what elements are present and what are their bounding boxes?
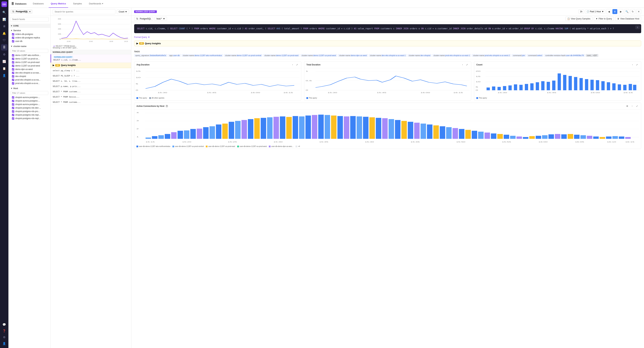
facet-item-cluster-2[interactable]: demo-11287-us-prod-east [8,60,50,64]
tag-cluster-1[interactable]: cluster-name:demo-11287-aks-northcentral… [182,54,223,57]
query-item-2[interactable]: select pg_sleep ( ? ... [50,68,131,73]
refresh-button[interactable]: ↻ [630,9,635,14]
query-insights-row[interactable]: ▶ M9 Query Insights [50,63,131,68]
facet-item-orders-db-replica[interactable]: orders-db-postgres-replica [8,36,50,39]
nav-logs[interactable]: 📋 [1,65,7,71]
facet-item-host-3[interactable]: shopist-postgres-rds-dev-... [8,106,50,110]
facet-item-orders-db-postgres[interactable]: orders-db-postgres [8,32,50,36]
tag-controller-revision[interactable]: controller-revision-hash:user-db-644669b… [544,54,585,57]
prev-time-button[interactable]: ◀ [606,9,611,14]
facet-item-host-0[interactable]: shopist-aurora-postgres-... [8,96,50,99]
facet-item-cluster-3[interactable]: demo-11287-us-prod-west [8,64,50,67]
search-queries-input[interactable] [53,9,115,14]
tab-query-metrics[interactable]: Query Metrics [49,0,68,8]
facet-checkbox-orders-db-postgres[interactable] [12,33,14,35]
cluster-name-subsection-header[interactable]: ▼ cluster-name [8,44,50,48]
active-connections-settings-icon[interactable]: ⚙ [625,104,629,108]
facet-item-host-5[interactable]: shopist-postgres-rds-repl... [8,113,50,117]
facet-item-user-db[interactable]: user-db [8,39,50,43]
query-item-8[interactable]: SELECT * FROM custome... [50,100,131,105]
facet-section-core-header[interactable]: ▼ CORE [8,24,50,28]
facet-checkbox-orders-db-replica[interactable] [12,37,14,39]
format-query-link[interactable]: Format Query ▼ [131,35,644,40]
expand-icon-count[interactable]: ⤢ [635,63,639,67]
nav-chat[interactable]: 💬 [1,321,7,328]
nav-alert[interactable]: 🔔 [1,30,7,36]
time-1h-button[interactable]: 1h [578,10,584,13]
copy-query-button[interactable]: ⎘ [636,26,640,29]
expand-icon-total[interactable]: ⤢ [465,63,469,67]
next-time-button[interactable]: ▶ [618,9,623,14]
nav-database[interactable]: 🗄 [1,44,7,50]
nav-infrastructure[interactable]: ⚙ [1,51,7,57]
expand-icon-avg[interactable]: ⤢ [295,63,299,67]
tag-cluster-3[interactable]: cluster-name:demo-11287-us-prod-east [263,54,300,57]
host-filter-pill[interactable]: host:* ▼ [154,17,167,21]
nav-help[interactable]: ❓ [1,328,7,334]
tab-databases[interactable]: Databases [31,0,46,8]
facet-item-host-2[interactable]: shopist-aurora-postgres-... [8,103,50,106]
view-query-samples-button[interactable]: 📋 View Query Samples [565,17,592,21]
query-insights-title[interactable]: ▶ M9 Query Insights [134,41,641,46]
zoom-button[interactable]: 🔍 [624,9,629,14]
facet-item-cluster-1[interactable]: demo-11287-us-prod-ce... [8,57,50,60]
count-button[interactable]: Count ▼ [117,9,129,14]
host-filter-input[interactable] [10,91,48,95]
search-facets-input[interactable] [10,17,49,21]
facet-checkbox-user-db[interactable] [12,40,14,42]
facet-item-cluster-5[interactable]: dev-eks-shopist-a-us-eas... [8,71,50,74]
db-selector[interactable]: 🐘 PostgreSQL ▼ [10,9,32,14]
time-range-selector[interactable]: 🕐 Past 1 Hour ▼ [585,10,605,13]
query-item-5[interactable]: SELECT p.name, p.pric... [50,84,131,89]
tag-app[interactable]: app:user-db [168,54,181,57]
facet-item-host-6[interactable]: shopist-postgres-rds-repl... [8,117,50,120]
query-item-0[interactable]: NORMALIZED QUERY SELECT c.cid, c.clnam..… [50,54,131,63]
facet-item-cluster-7[interactable]: prod-eks-shopist-a-us-ea... [8,78,50,81]
facet-item-cluster-6[interactable]: dev-shopist [8,74,50,78]
nav-user[interactable]: 👤 [1,340,7,347]
tag-command-join[interactable]: command:join [512,54,526,57]
facet-item-cluster-8[interactable]: prod-eks-shopist-a-us-w... [8,81,50,85]
facet-item-cluster-0[interactable]: demo-11287-aks-northce... [8,53,50,57]
tag-cluster-4[interactable]: cluster-name:demo-11287-us-prod-west [300,54,337,57]
facet-item-host-4[interactable]: shopist-postgres-rds-pro... [8,110,50,113]
nav-security[interactable]: 🛡 [1,37,7,43]
tag-cluster-5[interactable]: cluster-name:demo-dpn-us-west [338,54,368,57]
nav-settings[interactable]: ⚙ [1,334,7,340]
query-item-6[interactable]: SELECT * FROM custome... [50,89,131,94]
view-database-host-button[interactable]: 🖥 View Database Host [615,17,641,21]
pause-button[interactable]: ⏸ [612,9,617,14]
tag-command-select[interactable]: command:select [527,54,544,57]
query-item-4[interactable]: SELECT s. Id, s. Crea... [50,79,131,84]
nav-dashboard[interactable]: 📊 [1,16,7,22]
tab-dashboards[interactable]: Dashboards ▼ [87,0,106,8]
nav-search[interactable]: 🔍 [1,9,7,15]
close-button[interactable]: ✕ [636,9,641,14]
help-icon[interactable]: ? [166,105,168,107]
service-subsection-header[interactable]: ▼ Service [8,28,50,32]
tab-samples[interactable]: Samples [71,0,84,8]
query-item-3[interactable]: SELECT PG_SLEEP ( ? ... [50,73,131,79]
tag-cluster-7[interactable]: cluster-name:dev-shopist [408,54,432,57]
nav-apm[interactable]: 📈 [1,58,7,64]
share-icon-avg[interactable]: ↑ [290,63,294,67]
active-connections-expand-icon[interactable]: ⤢ [635,104,639,108]
host-subsection-header[interactable]: ▼ Host [8,86,50,90]
filter-to-query-button[interactable]: ▼ Filter to Query [594,17,614,21]
tag-cluster-2[interactable]: cluster-name:demo-11287-us-prod-central [224,54,262,57]
tag-more[interactable]: cont... +257 [586,54,598,57]
tag-cluster-9[interactable]: cluster-name:prod-eks-shopist-a-us-west-… [472,54,511,57]
cluster-name-filter-input[interactable] [10,49,48,53]
nav-monitor[interactable]: 🖥 [1,23,7,29]
db-filter-pill[interactable]: 🐘 PostgreSQL [134,17,153,21]
tag-cluster-8[interactable]: cluster-name:prod-eks-shopist-a-us-east-… [432,54,471,57]
active-connections-share-icon[interactable]: ↑ [630,104,634,108]
share-icon-total[interactable]: ↑ [460,63,464,67]
facet-item-cluster-4[interactable]: demo-dpn-us-west [8,67,50,71]
tag-cluster-6[interactable]: cluster-name:dev-eks-shopist-a-us-east-1 [369,54,407,57]
tag-query-signature[interactable]: query_signature:3ebded6defcb9e3c [134,54,168,57]
nav-rum[interactable]: 👤 [1,72,7,79]
share-icon-count[interactable]: ↑ [630,63,634,67]
facet-item-host-1[interactable]: shopist-aurora-postgres-... [8,99,50,103]
query-item-7[interactable]: SELECT * FROM Sessio... [50,94,131,100]
